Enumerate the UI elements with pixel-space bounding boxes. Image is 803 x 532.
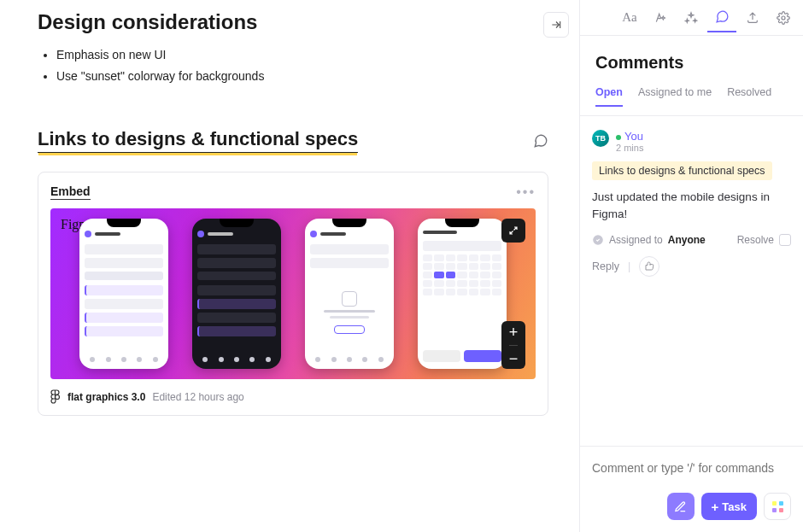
comments-panel: Aa Comments Open Assigned to me Resolved…: [580, 0, 803, 532]
embed-menu-icon[interactable]: •••: [516, 184, 536, 200]
ai-icon[interactable]: [646, 3, 675, 32]
mock-phone-calendar: [418, 219, 507, 369]
apps-icon: [772, 501, 783, 512]
heading-design-considerations[interactable]: Design considerations: [38, 10, 548, 34]
avatar[interactable]: TB: [592, 130, 609, 147]
panel-toolbar: Aa: [580, 0, 803, 36]
comment-author[interactable]: You: [624, 130, 643, 143]
apps-button[interactable]: [764, 493, 791, 520]
panel-title: Comments: [580, 36, 803, 86]
export-icon[interactable]: [738, 3, 767, 32]
tab-assigned[interactable]: Assigned to me: [638, 86, 712, 107]
comment-thread: TB You 2 mins Links to designs & functio…: [580, 116, 803, 446]
heading-links-to-designs[interactable]: Links to designs & functional specs: [38, 128, 358, 153]
comment-timestamp: 2 mins: [616, 143, 643, 153]
zoom-in-icon[interactable]: +: [509, 324, 519, 340]
assigned-icon: [592, 234, 604, 246]
bottom-actions: + Task: [580, 482, 803, 532]
embed-label[interactable]: Embed: [50, 184, 91, 200]
document-area: Design considerations Emphasis on new UI…: [0, 0, 580, 532]
resolve-checkbox[interactable]: [779, 234, 791, 246]
new-task-button[interactable]: + Task: [701, 493, 757, 520]
comment-input-field[interactable]: [592, 461, 791, 475]
thumbs-up-icon[interactable]: [639, 256, 659, 277]
section-comment-icon[interactable]: [533, 133, 548, 149]
mock-phone-empty: [305, 219, 394, 369]
new-task-label: Task: [722, 500, 747, 513]
tab-resolved[interactable]: Resolved: [727, 86, 771, 107]
svg-point-1: [782, 16, 785, 20]
collapse-sidebar-button[interactable]: [543, 12, 569, 38]
text-style-icon[interactable]: Aa: [615, 3, 644, 32]
figma-embed-card: Embed ••• Figma: [38, 172, 548, 416]
reply-button[interactable]: Reply: [592, 260, 619, 272]
embed-file-name[interactable]: flat graphics 3.0: [67, 391, 145, 403]
zoom-out-icon[interactable]: −: [509, 345, 519, 366]
embed-edited-time: Edited 12 hours ago: [152, 391, 243, 403]
comments-icon[interactable]: [707, 3, 736, 32]
sparkles-icon[interactable]: [677, 3, 706, 32]
comment-message: Just updated the mobile designs in Figma…: [592, 189, 791, 222]
mock-phone-light: [79, 219, 168, 369]
comment-filter-tabs: Open Assigned to me Resolved: [580, 86, 803, 116]
settings-icon[interactable]: [769, 3, 798, 32]
embed-zoom-controls[interactable]: + −: [501, 321, 525, 369]
quick-note-button[interactable]: [667, 493, 695, 520]
comment-reference-chip[interactable]: Links to designs & functional specs: [592, 161, 772, 180]
assigned-label: Assigned to: [609, 234, 663, 246]
bullet-list[interactable]: Emphasis on new UI Use "sunset" colorway…: [56, 44, 548, 87]
assigned-value[interactable]: Anyone: [668, 234, 706, 246]
tab-open[interactable]: Open: [595, 86, 623, 107]
presence-dot: [616, 135, 621, 140]
embed-fullscreen-icon[interactable]: [501, 219, 525, 243]
figma-icon: [50, 389, 61, 405]
bullet-item[interactable]: Use "sunset" colorway for backgrounds: [56, 66, 548, 87]
resolve-label: Resolve: [737, 234, 774, 246]
figma-preview[interactable]: Figma: [50, 208, 536, 379]
comment-composer[interactable]: [580, 446, 803, 482]
mock-phone-dark: [192, 219, 281, 369]
bullet-item[interactable]: Emphasis on new UI: [56, 44, 548, 66]
resolve-toggle[interactable]: Resolve: [737, 234, 791, 246]
